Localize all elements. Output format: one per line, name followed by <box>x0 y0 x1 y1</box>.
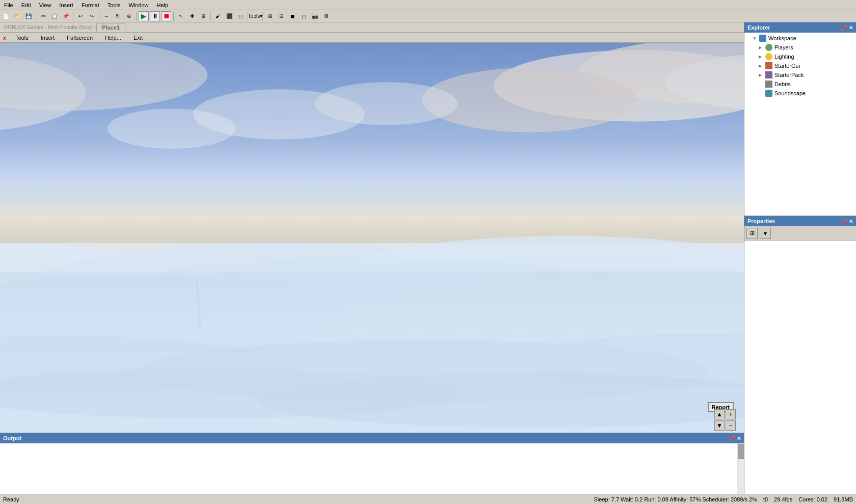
tree-item-starterpack[interactable]: ▶ StarterPack <box>744 70 856 79</box>
players-icon <box>765 43 773 51</box>
toolbar-open[interactable]: 📂 <box>12 11 22 21</box>
explorer-panel: Explorer 📌 ✕ ▼ Workspace ▶ <box>744 22 856 216</box>
properties-header: Properties 📌 ✕ <box>744 216 856 226</box>
output-title: Output <box>3 435 21 441</box>
viewport-container: ROBLOX Games - Most Popular (Now) › Plac… <box>0 22 744 494</box>
explorer-content: ▼ Workspace ▶ Players ▶ <box>744 33 856 216</box>
statusbar: Ready Sleep: 7.7 Wait: 0.2 Run: 0.09 Aff… <box>0 494 856 504</box>
menu-bar: File Edit View Insert Format Tools Windo… <box>0 0 856 10</box>
output-close-icon[interactable]: ✕ <box>737 436 741 441</box>
menu-insert[interactable]: Insert <box>55 1 77 9</box>
toolbar-copy[interactable]: 📋 <box>49 11 60 21</box>
tab-back-label: ROBLOX Games - Most Popular (Now) <box>4 24 93 30</box>
menu-edit[interactable]: Edit <box>17 1 35 9</box>
game-menu-fullscreen[interactable]: Fullscreen <box>61 34 99 42</box>
game-menu-help[interactable]: Help... <box>99 34 127 42</box>
right-panel: Explorer 📌 ✕ ▼ Workspace ▶ <box>744 22 856 494</box>
startergui-label: StarterGui <box>774 63 800 69</box>
game-menu-close[interactable]: x <box>0 34 9 42</box>
statusbar-fps: 29.4fps <box>774 496 792 502</box>
tree-item-lighting[interactable]: ▶ Lighting <box>744 52 856 61</box>
toolbar-vis2[interactable]: ◻ <box>299 11 309 21</box>
tree-item-workspace[interactable]: ▼ Workspace <box>744 34 856 43</box>
toolbar-rotate[interactable]: ↻ <box>113 11 123 21</box>
menu-tools[interactable]: Tools <box>103 1 125 9</box>
tree-expand-players[interactable]: ▶ <box>759 45 765 50</box>
viewport-down[interactable]: ▼ <box>714 420 725 431</box>
lighting-label: Lighting <box>774 54 794 60</box>
toolbar-sep6 <box>210 12 211 21</box>
starterpack-icon <box>765 71 773 79</box>
soundscape-icon <box>765 89 773 97</box>
output-header: Output 📌 ✕ <box>0 433 744 443</box>
toolbar-redo[interactable]: ↪ <box>87 11 97 21</box>
game-menubar: x Tools Insert Fullscreen Help... Exit <box>0 33 744 43</box>
output-scrollbar-thumb[interactable] <box>738 444 744 459</box>
viewport-zoom-out[interactable]: − <box>726 420 736 431</box>
explorer-header-icons: 📌 ✕ <box>841 25 853 31</box>
tree-expand-starterpack[interactable]: ▶ <box>759 73 765 77</box>
toolbar-paste[interactable]: 📌 <box>61 11 71 21</box>
toolbar-transform[interactable]: ⊞ <box>198 11 208 21</box>
workspace-label: Workspace <box>768 35 796 41</box>
debris-label: Debris <box>774 81 791 87</box>
toolbar-grid[interactable]: ⊞ <box>265 11 275 21</box>
toolbar-move[interactable]: ↔ <box>101 11 112 21</box>
tree-expand-lighting[interactable]: ▶ <box>759 55 765 59</box>
toolbar-extra[interactable]: ⚙ <box>321 11 331 21</box>
sky-background <box>0 43 744 433</box>
toolbar-tools-menu[interactable]: Tools▾ <box>250 11 260 21</box>
toolbar-snap[interactable]: ⊟ <box>276 11 286 21</box>
toolbar-sep8 <box>262 12 263 21</box>
tree-item-soundscape[interactable]: Soundscape <box>744 89 856 98</box>
toolbar-pause[interactable]: ⏸ <box>150 11 160 21</box>
menu-help[interactable]: Help <box>153 1 173 9</box>
tree-expand-workspace[interactable]: ▼ <box>753 36 759 41</box>
game-menu-exit[interactable]: Exit <box>127 34 149 42</box>
properties-pin-icon[interactable]: 📌 <box>841 219 847 224</box>
toolbar-vis1[interactable]: ◼ <box>287 11 298 21</box>
toolbar-cam[interactable]: 📷 <box>310 11 320 21</box>
menu-file[interactable]: File <box>0 1 17 9</box>
toolbar-fill[interactable]: ⬛ <box>224 11 234 21</box>
toolbar-play[interactable]: ▶ <box>139 11 149 21</box>
game-menu-tools[interactable]: Tools <box>9 34 35 42</box>
tree-item-players[interactable]: ▶ Players <box>744 43 856 52</box>
game-menu-insert[interactable]: Insert <box>35 34 61 42</box>
toolbar-save[interactable]: 💾 <box>23 11 34 21</box>
tab-place1[interactable]: Place1 <box>96 23 125 32</box>
viewport-zoom-in[interactable]: + <box>726 409 736 419</box>
properties-filter-btn[interactable]: ▼ <box>760 228 771 239</box>
properties-sort-btn[interactable]: ⊞ <box>746 228 758 239</box>
tree-item-debris[interactable]: Debris <box>744 79 856 89</box>
menu-view[interactable]: View <box>35 1 56 9</box>
tree-expand-startergui[interactable]: ▶ <box>759 64 765 68</box>
toolbar-sep2 <box>73 12 73 21</box>
output-content <box>0 443 737 494</box>
toolbar-undo[interactable]: ↩ <box>75 11 86 21</box>
statusbar-stats: Sleep: 7.7 Wait: 0.2 Run: 0.09 Affinity:… <box>594 496 757 502</box>
tree-item-startergui[interactable]: ▶ StarterGui <box>744 61 856 70</box>
toolbar-new[interactable]: 📄 <box>1 11 11 21</box>
toolbar-eraser[interactable]: ◻ <box>235 11 246 21</box>
toolbar-scale[interactable]: ⊕ <box>124 11 134 21</box>
toolbar: 📄 📂 💾 ✂ 📋 📌 ↩ ↪ ↔ ↻ ⊕ ▶ ⏸ ⏹ ↖ ✚ ⊞ 🖌 ⬛ ◻ … <box>0 10 856 22</box>
explorer-pin-icon[interactable]: 📌 <box>841 25 847 31</box>
workspace-icon <box>759 34 767 42</box>
toolbar-stop[interactable]: ⏹ <box>161 11 171 21</box>
statusbar-t0: t0 <box>763 496 768 502</box>
output-scrollbar[interactable] <box>737 443 744 494</box>
toolbar-paint[interactable]: 🖌 <box>213 11 223 21</box>
viewport[interactable]: Report ▲ + ▼ − <box>0 43 744 433</box>
viewport-up[interactable]: ▲ <box>714 409 725 419</box>
statusbar-cores: Cores: 0.02 <box>798 496 827 502</box>
statusbar-ready: Ready <box>3 496 19 502</box>
toolbar-add[interactable]: ✚ <box>187 11 197 21</box>
properties-close-icon[interactable]: ✕ <box>849 219 853 224</box>
menu-window[interactable]: Window <box>124 1 152 9</box>
toolbar-cut[interactable]: ✂ <box>38 11 48 21</box>
output-pin-icon[interactable]: 📌 <box>729 436 735 441</box>
toolbar-select[interactable]: ↖ <box>176 11 186 21</box>
menu-format[interactable]: Format <box>77 1 103 9</box>
explorer-close-icon[interactable]: ✕ <box>849 25 853 31</box>
